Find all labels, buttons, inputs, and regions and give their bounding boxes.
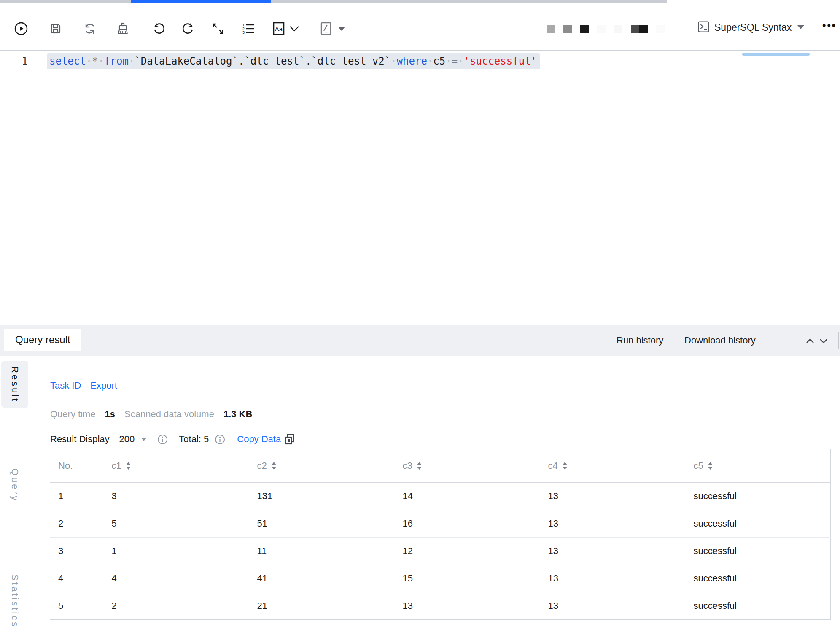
table-row: 25511613successful xyxy=(50,510,831,538)
cell-c2: 131 xyxy=(257,483,403,510)
indicator-square xyxy=(614,25,622,33)
cell-c3: 13 xyxy=(403,592,548,620)
task-id-link[interactable]: Task ID xyxy=(50,380,81,391)
total-info-icon[interactable] xyxy=(215,434,225,445)
cell-no: 4 xyxy=(50,565,112,592)
column-header-c5[interactable]: c5 xyxy=(694,449,831,483)
svg-text:3: 3 xyxy=(242,30,245,35)
sort-icon[interactable] xyxy=(126,462,131,470)
cell-c2: 51 xyxy=(257,510,403,538)
cell-no: 2 xyxy=(50,510,112,538)
collapse-panel-icon[interactable] xyxy=(805,335,816,346)
sort-icon[interactable] xyxy=(562,462,568,470)
column-header-c4[interactable]: c4 xyxy=(548,449,694,483)
sort-icon[interactable] xyxy=(417,462,422,470)
table-row: 131311413successful xyxy=(50,483,831,510)
ordered-list-icon[interactable]: 123 xyxy=(239,19,258,38)
sql-token-ws: · xyxy=(427,55,433,67)
column-label: c1 xyxy=(112,460,121,471)
sql-token-ws: · xyxy=(458,55,463,67)
sql-token-ws: · xyxy=(129,55,135,67)
chevron-down-icon xyxy=(797,24,805,32)
indicator-square xyxy=(597,25,606,33)
cell-c3: 15 xyxy=(403,565,548,592)
copy-icon[interactable] xyxy=(284,433,295,445)
tab-query-result[interactable]: Query result xyxy=(4,329,81,351)
format-clean-icon[interactable] xyxy=(113,19,132,38)
code-line-1[interactable]: 1 select·*·from·`DataLakeCatalog`.`dlc_t… xyxy=(0,53,840,70)
result-main: Task ID Export Query time 1s Scanned dat… xyxy=(31,356,840,627)
line-number: 1 xyxy=(0,55,28,67)
column-label: c5 xyxy=(694,460,703,471)
table-row: 31111213successful xyxy=(50,538,831,565)
result-controls: Result Display 200 Total: 5 Copy Data xyxy=(50,433,295,445)
cell-c4: 13 xyxy=(548,592,694,620)
download-history-button[interactable]: Download history xyxy=(684,325,756,356)
result-table: No.c1c2c3c4c5 131311413successful2551161… xyxy=(50,449,831,620)
redo-icon[interactable] xyxy=(179,19,198,38)
indicator-square xyxy=(631,25,648,33)
cell-c5: successful xyxy=(694,483,831,510)
font-case-icon[interactable]: Aa xyxy=(269,19,288,38)
cell-c1: 1 xyxy=(112,538,257,565)
result-display-info-icon[interactable] xyxy=(157,434,168,445)
cell-c4: 13 xyxy=(548,565,694,592)
query-meta: Query time 1s Scanned data volume 1.3 KB xyxy=(50,409,252,420)
sql-token-ws: · xyxy=(86,55,92,67)
copy-data-link[interactable]: Copy Data xyxy=(237,434,281,445)
column-label: c2 xyxy=(257,460,267,471)
column-header-c3[interactable]: c3 xyxy=(403,449,548,483)
cell-c5: successful xyxy=(694,592,831,620)
side-tab-statistics[interactable]: Statistics xyxy=(1,546,28,627)
total-count: Total: 5 xyxy=(179,434,209,445)
cell-c3: 16 xyxy=(403,510,548,538)
undo-icon[interactable] xyxy=(149,19,168,38)
sql-token-kw: where xyxy=(397,55,427,67)
result-display-select[interactable]: 200 xyxy=(119,434,148,445)
panel-divider xyxy=(797,332,797,349)
sql-token-kw: select xyxy=(49,55,86,67)
result-table-wrap: No.c1c2c3c4c5 131311413successful2551161… xyxy=(50,449,831,620)
column-header-c2[interactable]: c2 xyxy=(257,449,403,483)
result-side-rail: Result Query Statistics xyxy=(0,356,31,627)
column-label: c3 xyxy=(403,460,412,471)
cell-c5: successful xyxy=(694,565,831,592)
column-header-c1[interactable]: c1 xyxy=(112,449,257,483)
sql-token-id: c5 xyxy=(433,55,445,67)
cell-c5: successful xyxy=(694,538,831,565)
expand-panel-icon[interactable] xyxy=(818,335,829,346)
app-window: 123 Aa ... SuperSQL Syntax ••• xyxy=(0,0,840,627)
expand-icon[interactable] xyxy=(209,19,227,38)
side-tab-result[interactable]: Result xyxy=(1,361,28,408)
chevron-down-icon xyxy=(140,437,147,441)
more-menu-button[interactable]: ••• xyxy=(822,19,837,31)
table-row: 44411513successful xyxy=(50,565,831,592)
comment-toggle-dropdown-icon[interactable] xyxy=(334,19,349,38)
refresh-icon[interactable] xyxy=(81,19,99,38)
sql-token-ws: · xyxy=(390,55,396,67)
syntax-selector[interactable]: SuperSQL Syntax xyxy=(698,21,805,34)
export-link[interactable]: Export xyxy=(90,380,117,391)
run-button[interactable] xyxy=(12,19,30,38)
cell-c4: 13 xyxy=(548,538,694,565)
cell-no: 1 xyxy=(50,483,112,510)
result-panel-body: Result Query Statistics Task ID Export Q… xyxy=(0,356,840,627)
run-history-button[interactable]: Run history xyxy=(617,325,663,356)
table-header-row: No.c1c2c3c4c5 xyxy=(50,449,831,483)
comment-toggle-icon[interactable]: ... xyxy=(317,19,335,38)
cell-c2: 11 xyxy=(257,538,403,565)
sort-icon[interactable] xyxy=(271,462,277,470)
cell-c1: 2 xyxy=(112,592,257,620)
cell-c4: 13 xyxy=(548,510,694,538)
save-icon[interactable] xyxy=(46,19,65,38)
cell-c1: 3 xyxy=(112,483,257,510)
font-case-dropdown-icon[interactable] xyxy=(287,19,302,38)
side-tab-query[interactable]: Query xyxy=(1,466,28,504)
sql-token-kw: from xyxy=(104,55,129,67)
column-label: No. xyxy=(58,460,73,471)
scanned-volume-value: 1.3 KB xyxy=(223,409,252,420)
sql-editor[interactable]: 1 select·*·from·`DataLakeCatalog`.`dlc_t… xyxy=(0,51,840,325)
svg-text:Aa: Aa xyxy=(275,25,283,32)
sort-icon[interactable] xyxy=(708,462,713,470)
code-line-content[interactable]: select·*·from·`DataLakeCatalog`.`dlc_tes… xyxy=(47,53,540,69)
